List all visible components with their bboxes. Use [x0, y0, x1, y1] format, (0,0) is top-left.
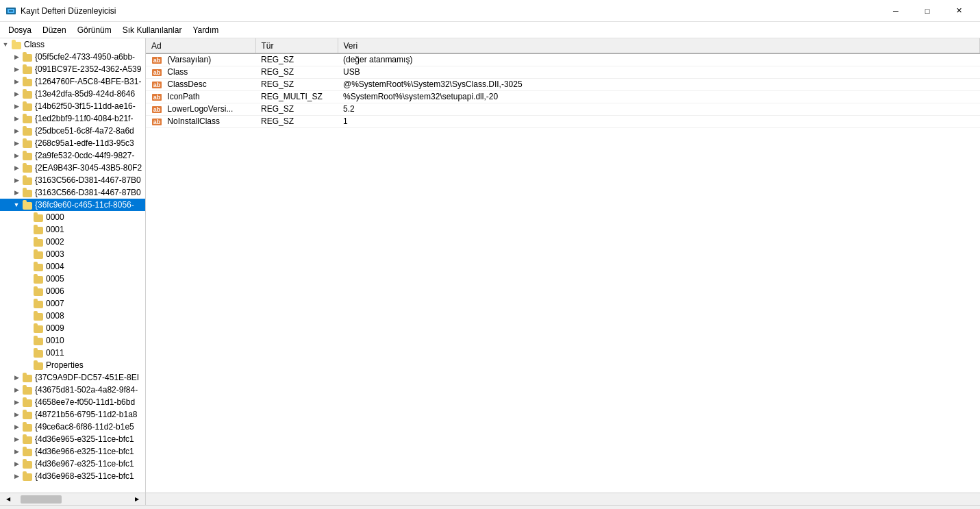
list-item: 0006	[0, 285, 145, 297]
table-row[interactable]: ab IconPath REG_MULTI_SZ %SystemRoot%\sy…	[146, 90, 980, 103]
tree-node-row[interactable]: Properties	[0, 359, 145, 371]
tree-node-row[interactable]: ▶ {4d36e968-e325-11ce-bfc1	[0, 470, 145, 482]
tree-node-label: 0002	[46, 237, 64, 247]
tree-node-row[interactable]: 0004	[0, 260, 145, 273]
tree-node-row[interactable]: ▶ {1264760F-A5C8-4BFE-B31-	[0, 75, 145, 88]
tree-node-label: {4d36e968-e325-11ce-bfc1	[35, 471, 134, 481]
list-item: ▶ {13e42dfa-85d9-424d-8646	[0, 88, 145, 100]
tree-node-row[interactable]: ▶ {091BC97E-2352-4362-A539	[0, 63, 145, 75]
tree-node-row[interactable]: ▶ {2a9fe532-0cdc-44f9-9827-	[0, 149, 145, 162]
col-type[interactable]: Tür	[255, 38, 338, 53]
tree-node-row[interactable]: ▶ {3163C566-D381-4467-87B0	[0, 186, 145, 199]
tree-node-row[interactable]: 0001	[0, 223, 145, 236]
list-item: 0005	[0, 273, 145, 285]
reg-type-cell: REG_MULTI_SZ	[255, 90, 338, 103]
tree-node-class[interactable]: ▼ Class	[0, 38, 145, 51]
tree-node-row[interactable]: 0009	[0, 322, 145, 334]
scroll-left-btn[interactable]: ◀	[3, 494, 14, 505]
scroll-right-btn[interactable]: ▶	[131, 494, 142, 505]
maximize-button[interactable]: □	[912, 0, 943, 22]
tree-node-row[interactable]: 0010	[0, 334, 145, 347]
svg-rect-2	[9, 10, 13, 12]
tree-node-row[interactable]: 0006	[0, 285, 145, 297]
tree-node-row[interactable]: ▶ {4d36e965-e325-11ce-bfc1	[0, 433, 145, 445]
expand-icon	[22, 323, 33, 334]
tree-node-row[interactable]: ▶ {05f5cfe2-4733-4950-a6bb-	[0, 51, 145, 63]
reg-type-cell: REG_SZ	[255, 78, 338, 90]
tree-children: 0000 0001	[0, 211, 145, 371]
reg-type-cell: REG_SZ	[255, 103, 338, 115]
col-name[interactable]: Ad	[146, 38, 255, 53]
folder-icon	[22, 421, 33, 432]
tree-node-row[interactable]: ▶ {49ce6ac8-6f86-11d2-b1e5	[0, 421, 145, 433]
tree-node-label: 0005	[46, 274, 64, 284]
tree-node-label: 0008	[46, 311, 64, 321]
tree-node-row[interactable]: ▶ {268c95a1-edfe-11d3-95c3	[0, 137, 145, 149]
tree-panel[interactable]: ▼ Class ▶ {05f5cfe2-4733-4950-a6bb-	[0, 38, 146, 493]
table-row[interactable]: ab Class REG_SZ USB	[146, 66, 980, 78]
table-row[interactable]: ab ClassDesc REG_SZ @%SystemRoot%\System…	[146, 78, 980, 90]
folder-icon	[33, 286, 44, 297]
list-item: Properties	[0, 359, 145, 371]
tree-node-row[interactable]: ▶ {4d36e967-e325-11ce-bfc1	[0, 458, 145, 470]
table-row[interactable]: ab LowerLogoVersi... REG_SZ 5.2	[146, 103, 980, 115]
tree-node-row[interactable]: ▶ {3163C566-D381-4467-87B0	[0, 174, 145, 186]
reg-name: (Varsayılan)	[167, 55, 211, 64]
table-row[interactable]: ab (Varsayılan) REG_SZ (değer atanmamış)	[146, 53, 980, 66]
table-row[interactable]: ab NoInstallClass REG_SZ 1	[146, 115, 980, 127]
list-item: ▶ {268c95a1-edfe-11d3-95c3	[0, 137, 145, 149]
expand-icon: ▼	[0, 39, 11, 50]
close-button[interactable]: ✕	[943, 0, 975, 22]
minimize-button[interactable]: ─	[880, 0, 912, 22]
list-item: 0004	[0, 260, 145, 273]
reg-type-cell: REG_SZ	[255, 53, 338, 66]
reg-data-cell: USB	[338, 66, 980, 78]
tree-node-row[interactable]: ▶ {48721b56-6795-11d2-b1a8	[0, 408, 145, 421]
tree-node-row[interactable]: 0007	[0, 297, 145, 310]
folder-icon	[22, 434, 33, 445]
tree-node-label: {36fc9e60-c465-11cf-8056-	[35, 200, 134, 210]
menu-duzen[interactable]: Düzen	[37, 23, 72, 38]
list-item: ▶ {49ce6ac8-6f86-11d2-b1e5	[0, 421, 145, 433]
tree-node-row[interactable]: 0003	[0, 248, 145, 260]
reg-name-cell: ab LowerLogoVersi...	[146, 103, 255, 115]
tree-node-row[interactable]: ▶ {13e42dfa-85d9-424d-8646	[0, 88, 145, 100]
tree-node-row[interactable]: 0002	[0, 236, 145, 248]
tree-node-row[interactable]: ▶ {2EA9B43F-3045-43B5-80F2	[0, 162, 145, 174]
reg-data-cell: %SystemRoot%\system32\setupapi.dll,-20	[338, 90, 980, 103]
tree-node-row[interactable]: ▶ {4658ee7e-f050-11d1-b6bd	[0, 396, 145, 408]
reg-data-cell: 5.2	[338, 103, 980, 115]
menu-yardim[interactable]: Yardım	[187, 23, 224, 38]
hscroll-thumb[interactable]	[21, 495, 62, 504]
reg-data-cell: (değer atanmamış)	[338, 53, 980, 66]
tree-node-row[interactable]: ▶ {37C9A9DF-DC57-451E-8EI	[0, 371, 145, 384]
tree-node-row[interactable]: 0005	[0, 273, 145, 285]
tree-node-label: {43675d81-502a-4a82-9f84-	[35, 385, 138, 395]
expand-icon: ▶	[11, 409, 22, 420]
tree-node-row[interactable]: ▶ {43675d81-502a-4a82-9f84-	[0, 384, 145, 396]
tree-node-row[interactable]: ▶ {4d36e966-e325-11ce-bfc1	[0, 445, 145, 458]
col-data[interactable]: Veri	[338, 38, 980, 53]
tree-node-row[interactable]: ▶ {14b62f50-3f15-11dd-ae16-	[0, 100, 145, 112]
list-item: 0007	[0, 297, 145, 310]
bottom-scroll-area: ◀ ▶	[0, 493, 980, 505]
menu-gorunum[interactable]: Görünüm	[72, 23, 117, 38]
expand-icon: ▶	[11, 150, 22, 161]
folder-icon	[33, 310, 44, 321]
expand-icon: ▶	[11, 372, 22, 383]
folder-icon	[33, 335, 44, 346]
list-item: 0002	[0, 236, 145, 248]
tree-node-row[interactable]: ▶ {25dbce51-6c8f-4a72-8a6d	[0, 125, 145, 137]
list-item: 0001	[0, 223, 145, 236]
tree-node-row[interactable]: 0008	[0, 310, 145, 322]
tree-node-row[interactable]: 0011	[0, 347, 145, 359]
menu-sik-kullanilanlar[interactable]: Sık Kullanılanlar	[117, 23, 188, 38]
tree-node-label: {091BC97E-2352-4362-A539	[35, 64, 141, 74]
folder-icon	[22, 458, 33, 469]
tree-node-selected[interactable]: ▼ {36fc9e60-c465-11cf-8056-	[0, 199, 145, 211]
reg-data-cell: 1	[338, 115, 980, 127]
reg-name: LowerLogoVersi...	[167, 104, 233, 114]
tree-node-row[interactable]: ▶ {1ed2bbf9-11f0-4084-b21f-	[0, 112, 145, 125]
menu-dosya[interactable]: Dosya	[3, 23, 37, 38]
tree-node-row[interactable]: 0000	[0, 211, 145, 223]
